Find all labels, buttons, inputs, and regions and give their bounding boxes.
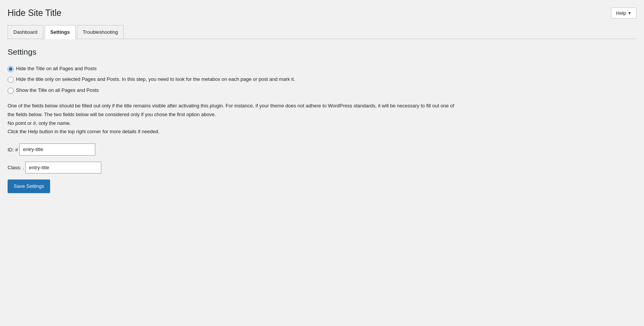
class-field-label: Class: . [8, 165, 24, 170]
save-settings-button[interactable]: Save Settings [8, 180, 50, 193]
class-field-row: Class: . [8, 162, 636, 174]
tab-troubleshooting[interactable]: Troubleshooting [77, 25, 124, 39]
settings-section-title: Settings [8, 47, 636, 57]
radio-item-hide-all: Hide the Title on all Pages and Posts [8, 65, 636, 73]
description-line-2: the fields below. The two fields below w… [8, 111, 558, 119]
radio-hide-selected[interactable] [8, 77, 14, 83]
radio-hide-all[interactable] [8, 66, 14, 72]
tab-dashboard[interactable]: Dashboard [8, 25, 43, 39]
description-line-1: One of the fields below should be filled… [8, 102, 558, 110]
chevron-down-icon: ▼ [628, 11, 631, 15]
radio-item-show-all: Show the Title on all Pages and Posts [8, 87, 636, 94]
radio-hide-selected-label[interactable]: Hide the title only on selected Pages an… [16, 76, 295, 83]
radio-item-hide-selected: Hide the title only on selected Pages an… [8, 76, 636, 83]
help-button[interactable]: Help ▼ [611, 8, 636, 19]
id-field-row: ID: # [8, 143, 636, 156]
description-line-4: Click the Help button in the top right c… [8, 128, 558, 136]
id-field-label: ID: # [8, 147, 18, 153]
radio-group: Hide the Title on all Pages and Posts Hi… [8, 65, 636, 94]
help-label: Help [616, 10, 626, 16]
radio-show-all-label[interactable]: Show the Title on all Pages and Posts [16, 87, 99, 94]
id-field-input[interactable] [19, 143, 95, 156]
radio-hide-all-label[interactable]: Hide the Title on all Pages and Posts [16, 65, 96, 73]
page-wrapper: Help ▼ Hide Site Title Dashboard Setting… [0, 0, 644, 201]
class-field-input[interactable] [25, 162, 101, 174]
radio-show-all[interactable] [8, 88, 14, 94]
description-line-3: No point or #, only the name. [8, 120, 558, 128]
page-title: Hide Site Title [8, 8, 636, 19]
description-block: One of the fields below should be filled… [8, 102, 558, 136]
tab-settings[interactable]: Settings [45, 25, 76, 39]
settings-content: Settings Hide the Title on all Pages and… [8, 47, 636, 193]
nav-tabs: Dashboard Settings Troubleshooting [8, 25, 636, 39]
